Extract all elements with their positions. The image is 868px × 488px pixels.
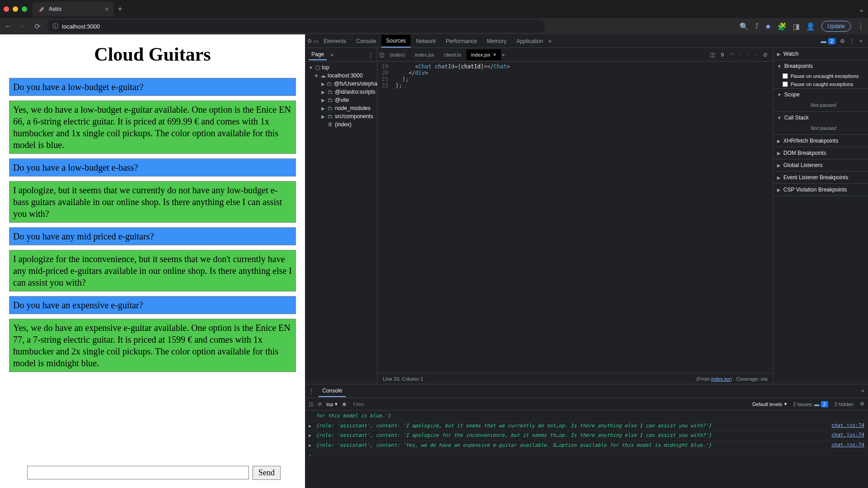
forward-icon[interactable]: →: [18, 22, 27, 30]
address-bar[interactable]: ⓘ localhost:3000: [47, 20, 545, 33]
code-line[interactable]: 20 </div>: [377, 70, 773, 76]
close-window-icon[interactable]: [4, 6, 9, 12]
code-line[interactable]: 19 <Chat chatId={chatId}></Chat>: [377, 63, 773, 70]
global-listeners-section[interactable]: ▶Global Listeners: [773, 159, 868, 171]
scope-section[interactable]: ▼Scope: [773, 89, 868, 100]
tree-top[interactable]: ▼▢top: [305, 63, 377, 72]
profile-icon[interactable]: 👤: [806, 22, 815, 31]
search-icon[interactable]: 🔍: [739, 22, 749, 31]
code-line[interactable]: 21 );: [377, 76, 773, 82]
event-breakpoints-section[interactable]: ▶Event Listener Breakpoints: [773, 172, 868, 183]
callstack-section[interactable]: ▼Call Stack: [773, 112, 868, 124]
console-levels-select[interactable]: Default levels ▾: [752, 401, 787, 407]
line-number[interactable]: 19: [377, 63, 396, 70]
close-editor-tab-icon[interactable]: ×: [493, 52, 496, 58]
tab-performance[interactable]: Performance: [441, 35, 482, 47]
inspect-icon[interactable]: ⯐: [307, 38, 312, 44]
console-message[interactable]: ▶{role: 'assistant', content: 'Yes, we d…: [305, 441, 868, 451]
send-button[interactable]: Send: [253, 466, 281, 480]
toggle-debugger-icon[interactable]: ◫: [710, 52, 715, 58]
tab-sources[interactable]: Sources: [382, 35, 410, 48]
live-expression-icon[interactable]: ◉: [342, 401, 347, 407]
tree-folder[interactable]: ▶🗀@id/astro:scripts: [305, 88, 377, 96]
console-hidden[interactable]: 2 hidden: [835, 402, 854, 407]
more-tabs-icon[interactable]: »: [548, 38, 552, 44]
more-navigator-tabs-icon[interactable]: »: [330, 52, 334, 58]
pause-icon[interactable]: ⏸: [720, 52, 725, 58]
devtools-kebab-icon[interactable]: ⋮: [849, 38, 855, 44]
console-kebab-icon[interactable]: ⋮: [309, 388, 314, 394]
tree-folder[interactable]: ▶🗀@vite: [305, 96, 377, 104]
console-issues[interactable]: 2 Issues: ▬ 2: [793, 402, 828, 407]
console-source-link[interactable]: chat.jsx:74: [828, 422, 864, 430]
new-tab-icon[interactable]: +: [118, 5, 123, 14]
tab-application[interactable]: Application: [512, 35, 548, 47]
issues-indicator[interactable]: ▬2: [821, 38, 835, 44]
toggle-navigator-icon[interactable]: ◫: [379, 52, 384, 58]
line-number[interactable]: 20: [377, 70, 396, 76]
step-over-icon[interactable]: ↷: [730, 52, 734, 58]
editor-tab[interactable]: client.ts: [439, 50, 465, 60]
line-number[interactable]: 22: [377, 82, 396, 89]
minimize-window-icon[interactable]: [13, 6, 18, 12]
device-toggle-icon[interactable]: ▭: [313, 38, 318, 44]
editor-content[interactable]: 19 <Chat chatId={chatId}></Chat>20 </div…: [377, 62, 773, 373]
kebab-menu-icon[interactable]: ⋮: [857, 22, 864, 31]
back-icon[interactable]: ←: [4, 22, 13, 30]
extensions-icon[interactable]: 🧩: [777, 22, 787, 31]
tab-chevron-icon[interactable]: ⌄: [858, 5, 864, 14]
console-message[interactable]: ▶{role: 'assistant', content: 'I apologi…: [305, 431, 868, 441]
more-editor-tabs-icon[interactable]: »: [502, 52, 505, 58]
settings-icon[interactable]: ⚙: [840, 38, 845, 44]
expand-icon[interactable]: ▶: [309, 432, 316, 440]
share-icon[interactable]: ⤴: [755, 22, 758, 30]
console-sidebar-icon[interactable]: ◫: [309, 401, 313, 407]
deactivate-breakpoints-icon[interactable]: ⊘: [763, 52, 768, 58]
source-link[interactable]: index.jsx: [711, 376, 730, 382]
side-panel-icon[interactable]: ◨: [793, 22, 800, 31]
code-line[interactable]: 22};: [377, 82, 773, 89]
close-devtools-icon[interactable]: ×: [859, 38, 863, 44]
console-message[interactable]: ▶{role: 'assistant', content: 'I apologi…: [305, 421, 868, 431]
pause-caught-checkbox[interactable]: Pause on caught exceptions: [773, 80, 868, 88]
xhr-breakpoints-section[interactable]: ▶XHR/fetch Breakpoints: [773, 135, 868, 147]
tree-folder[interactable]: ▶🗀src/components: [305, 112, 377, 120]
dom-breakpoints-section[interactable]: ▶DOM Breakpoints: [773, 147, 868, 159]
navigator-kebab-icon[interactable]: ⋮: [368, 52, 373, 58]
tab-console[interactable]: Console: [352, 35, 381, 47]
site-info-icon[interactable]: ⓘ: [52, 22, 58, 30]
clear-console-icon[interactable]: ⊘: [318, 401, 322, 407]
expand-icon[interactable]: ▶: [309, 422, 316, 430]
tab-elements[interactable]: Elements: [319, 35, 351, 47]
editor-tab[interactable]: (index): [385, 50, 410, 60]
close-tab-icon[interactable]: ×: [105, 5, 109, 13]
expand-icon[interactable]: ▶: [309, 442, 316, 450]
console-drawer-tab[interactable]: Console: [319, 385, 346, 397]
watch-section[interactable]: ▶Watch: [773, 48, 868, 60]
step-icon[interactable]: →: [753, 52, 758, 58]
bookmark-icon[interactable]: ★: [765, 22, 771, 31]
reload-icon[interactable]: ⟳: [33, 22, 42, 31]
pause-uncaught-checkbox[interactable]: Pause on uncaught exceptions: [773, 72, 868, 80]
tab-memory[interactable]: Memory: [482, 35, 511, 47]
tree-folder[interactable]: ▶🗀node_modules: [305, 104, 377, 112]
browser-tab[interactable]: 🚀 Astro ×: [33, 2, 114, 16]
step-into-icon[interactable]: ↓: [739, 52, 741, 58]
close-drawer-icon[interactable]: ×: [861, 388, 864, 394]
console-source-link[interactable]: chat.jsx:74: [828, 432, 864, 440]
tree-file[interactable]: 🗎(index): [305, 120, 377, 129]
expand-icon[interactable]: [309, 412, 316, 420]
tree-folder[interactable]: ▶🗀@fs/Users/stepha: [305, 80, 377, 88]
breakpoints-section[interactable]: ▼Breakpoints: [773, 60, 868, 72]
console-settings-icon[interactable]: ⚙: [860, 401, 864, 407]
page-tab[interactable]: Page: [309, 49, 327, 60]
console-prompt[interactable]: ›: [305, 450, 868, 460]
editor-tab[interactable]: index.jsx: [410, 50, 439, 60]
editor-tab-active[interactable]: index.jsx×: [467, 49, 501, 60]
csp-breakpoints-section[interactable]: ▶CSP Violation Breakpoints: [773, 184, 868, 196]
step-out-icon[interactable]: ↑: [746, 52, 749, 58]
console-filter-input[interactable]: [351, 401, 487, 408]
line-number[interactable]: 21: [377, 76, 396, 82]
console-source-link[interactable]: chat.jsx:74: [828, 442, 864, 450]
console-message[interactable]: for this model is blue.'}: [305, 411, 868, 421]
